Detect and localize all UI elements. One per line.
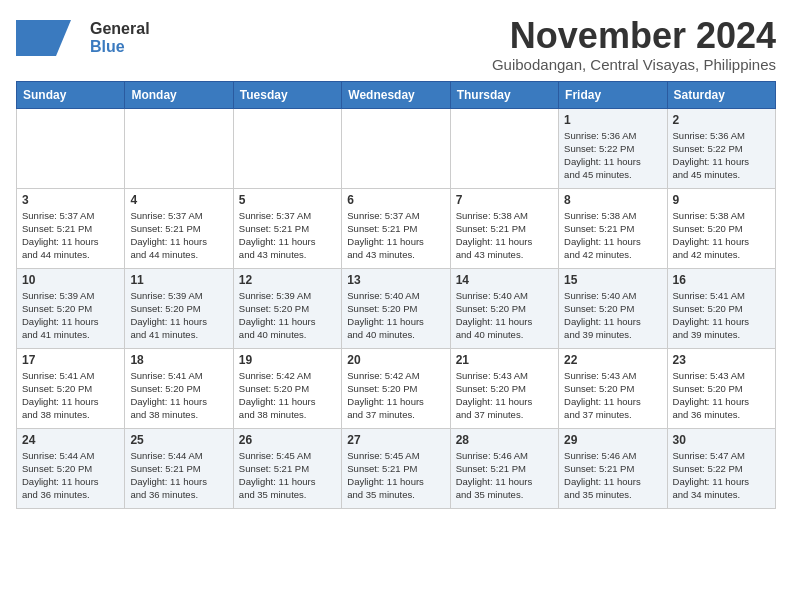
logo-blue: Blue bbox=[90, 38, 150, 56]
weekday-header-tuesday: Tuesday bbox=[233, 81, 341, 108]
month-title: November 2024 bbox=[492, 16, 776, 56]
calendar-cell: 23Sunrise: 5:43 AM Sunset: 5:20 PM Dayli… bbox=[667, 348, 775, 428]
calendar-cell: 13Sunrise: 5:40 AM Sunset: 5:20 PM Dayli… bbox=[342, 268, 450, 348]
calendar-cell: 5Sunrise: 5:37 AM Sunset: 5:21 PM Daylig… bbox=[233, 188, 341, 268]
weekday-header-thursday: Thursday bbox=[450, 81, 558, 108]
logo-general: General bbox=[90, 20, 150, 38]
calendar-cell: 14Sunrise: 5:40 AM Sunset: 5:20 PM Dayli… bbox=[450, 268, 558, 348]
calendar-cell: 17Sunrise: 5:41 AM Sunset: 5:20 PM Dayli… bbox=[17, 348, 125, 428]
calendar-cell: 6Sunrise: 5:37 AM Sunset: 5:21 PM Daylig… bbox=[342, 188, 450, 268]
calendar-week-row: 10Sunrise: 5:39 AM Sunset: 5:20 PM Dayli… bbox=[17, 268, 776, 348]
day-number: 6 bbox=[347, 193, 444, 207]
day-info: Sunrise: 5:46 AM Sunset: 5:21 PM Dayligh… bbox=[564, 449, 661, 502]
day-info: Sunrise: 5:37 AM Sunset: 5:21 PM Dayligh… bbox=[22, 209, 119, 262]
calendar-header: SundayMondayTuesdayWednesdayThursdayFrid… bbox=[17, 81, 776, 108]
logo-text-group: General Blue bbox=[90, 20, 150, 55]
day-info: Sunrise: 5:41 AM Sunset: 5:20 PM Dayligh… bbox=[22, 369, 119, 422]
calendar-cell bbox=[450, 108, 558, 188]
day-number: 19 bbox=[239, 353, 336, 367]
calendar-cell: 30Sunrise: 5:47 AM Sunset: 5:22 PM Dayli… bbox=[667, 428, 775, 508]
calendar-cell: 15Sunrise: 5:40 AM Sunset: 5:20 PM Dayli… bbox=[559, 268, 667, 348]
calendar-cell: 12Sunrise: 5:39 AM Sunset: 5:20 PM Dayli… bbox=[233, 268, 341, 348]
day-info: Sunrise: 5:41 AM Sunset: 5:20 PM Dayligh… bbox=[673, 289, 770, 342]
day-info: Sunrise: 5:42 AM Sunset: 5:20 PM Dayligh… bbox=[347, 369, 444, 422]
day-info: Sunrise: 5:45 AM Sunset: 5:21 PM Dayligh… bbox=[239, 449, 336, 502]
day-info: Sunrise: 5:36 AM Sunset: 5:22 PM Dayligh… bbox=[673, 129, 770, 182]
day-info: Sunrise: 5:44 AM Sunset: 5:20 PM Dayligh… bbox=[22, 449, 119, 502]
title-area: November 2024 Guibodangan, Central Visay… bbox=[492, 16, 776, 73]
calendar-cell: 20Sunrise: 5:42 AM Sunset: 5:20 PM Dayli… bbox=[342, 348, 450, 428]
day-number: 12 bbox=[239, 273, 336, 287]
day-number: 26 bbox=[239, 433, 336, 447]
calendar-cell: 28Sunrise: 5:46 AM Sunset: 5:21 PM Dayli… bbox=[450, 428, 558, 508]
day-info: Sunrise: 5:38 AM Sunset: 5:20 PM Dayligh… bbox=[673, 209, 770, 262]
calendar-week-row: 17Sunrise: 5:41 AM Sunset: 5:20 PM Dayli… bbox=[17, 348, 776, 428]
day-info: Sunrise: 5:41 AM Sunset: 5:20 PM Dayligh… bbox=[130, 369, 227, 422]
page-header: General Blue November 2024 Guibodangan, … bbox=[16, 16, 776, 73]
day-number: 24 bbox=[22, 433, 119, 447]
day-number: 10 bbox=[22, 273, 119, 287]
calendar-cell: 19Sunrise: 5:42 AM Sunset: 5:20 PM Dayli… bbox=[233, 348, 341, 428]
day-info: Sunrise: 5:37 AM Sunset: 5:21 PM Dayligh… bbox=[239, 209, 336, 262]
calendar-cell: 26Sunrise: 5:45 AM Sunset: 5:21 PM Dayli… bbox=[233, 428, 341, 508]
day-number: 20 bbox=[347, 353, 444, 367]
day-number: 5 bbox=[239, 193, 336, 207]
day-number: 1 bbox=[564, 113, 661, 127]
day-info: Sunrise: 5:40 AM Sunset: 5:20 PM Dayligh… bbox=[564, 289, 661, 342]
day-info: Sunrise: 5:43 AM Sunset: 5:20 PM Dayligh… bbox=[456, 369, 553, 422]
calendar-cell: 27Sunrise: 5:45 AM Sunset: 5:21 PM Dayli… bbox=[342, 428, 450, 508]
day-number: 11 bbox=[130, 273, 227, 287]
day-number: 21 bbox=[456, 353, 553, 367]
day-number: 2 bbox=[673, 113, 770, 127]
calendar-cell bbox=[342, 108, 450, 188]
day-number: 13 bbox=[347, 273, 444, 287]
day-info: Sunrise: 5:40 AM Sunset: 5:20 PM Dayligh… bbox=[347, 289, 444, 342]
calendar-cell: 9Sunrise: 5:38 AM Sunset: 5:20 PM Daylig… bbox=[667, 188, 775, 268]
calendar-cell: 4Sunrise: 5:37 AM Sunset: 5:21 PM Daylig… bbox=[125, 188, 233, 268]
calendar-cell bbox=[17, 108, 125, 188]
calendar-cell: 24Sunrise: 5:44 AM Sunset: 5:20 PM Dayli… bbox=[17, 428, 125, 508]
day-number: 28 bbox=[456, 433, 553, 447]
location: Guibodangan, Central Visayas, Philippine… bbox=[492, 56, 776, 73]
day-number: 22 bbox=[564, 353, 661, 367]
day-info: Sunrise: 5:43 AM Sunset: 5:20 PM Dayligh… bbox=[564, 369, 661, 422]
day-info: Sunrise: 5:36 AM Sunset: 5:22 PM Dayligh… bbox=[564, 129, 661, 182]
weekday-header-monday: Monday bbox=[125, 81, 233, 108]
calendar-week-row: 1Sunrise: 5:36 AM Sunset: 5:22 PM Daylig… bbox=[17, 108, 776, 188]
weekday-header-wednesday: Wednesday bbox=[342, 81, 450, 108]
day-info: Sunrise: 5:43 AM Sunset: 5:20 PM Dayligh… bbox=[673, 369, 770, 422]
calendar-cell: 25Sunrise: 5:44 AM Sunset: 5:21 PM Dayli… bbox=[125, 428, 233, 508]
day-number: 25 bbox=[130, 433, 227, 447]
calendar-cell: 3Sunrise: 5:37 AM Sunset: 5:21 PM Daylig… bbox=[17, 188, 125, 268]
calendar-cell bbox=[125, 108, 233, 188]
calendar-week-row: 24Sunrise: 5:44 AM Sunset: 5:20 PM Dayli… bbox=[17, 428, 776, 508]
day-number: 29 bbox=[564, 433, 661, 447]
svg-rect-0 bbox=[16, 20, 56, 56]
day-number: 9 bbox=[673, 193, 770, 207]
day-info: Sunrise: 5:44 AM Sunset: 5:21 PM Dayligh… bbox=[130, 449, 227, 502]
day-info: Sunrise: 5:47 AM Sunset: 5:22 PM Dayligh… bbox=[673, 449, 770, 502]
day-number: 16 bbox=[673, 273, 770, 287]
weekday-header-friday: Friday bbox=[559, 81, 667, 108]
weekday-header-saturday: Saturday bbox=[667, 81, 775, 108]
day-info: Sunrise: 5:37 AM Sunset: 5:21 PM Dayligh… bbox=[130, 209, 227, 262]
calendar-cell: 10Sunrise: 5:39 AM Sunset: 5:20 PM Dayli… bbox=[17, 268, 125, 348]
weekday-header-sunday: Sunday bbox=[17, 81, 125, 108]
calendar-cell bbox=[233, 108, 341, 188]
calendar-cell: 16Sunrise: 5:41 AM Sunset: 5:20 PM Dayli… bbox=[667, 268, 775, 348]
calendar-cell: 7Sunrise: 5:38 AM Sunset: 5:21 PM Daylig… bbox=[450, 188, 558, 268]
day-info: Sunrise: 5:46 AM Sunset: 5:21 PM Dayligh… bbox=[456, 449, 553, 502]
day-number: 27 bbox=[347, 433, 444, 447]
day-info: Sunrise: 5:39 AM Sunset: 5:20 PM Dayligh… bbox=[130, 289, 227, 342]
svg-marker-1 bbox=[56, 20, 71, 56]
calendar-cell: 2Sunrise: 5:36 AM Sunset: 5:22 PM Daylig… bbox=[667, 108, 775, 188]
logo: General Blue bbox=[16, 16, 150, 60]
day-number: 15 bbox=[564, 273, 661, 287]
day-number: 4 bbox=[130, 193, 227, 207]
calendar-cell: 22Sunrise: 5:43 AM Sunset: 5:20 PM Dayli… bbox=[559, 348, 667, 428]
day-info: Sunrise: 5:39 AM Sunset: 5:20 PM Dayligh… bbox=[239, 289, 336, 342]
calendar-cell: 1Sunrise: 5:36 AM Sunset: 5:22 PM Daylig… bbox=[559, 108, 667, 188]
day-info: Sunrise: 5:38 AM Sunset: 5:21 PM Dayligh… bbox=[456, 209, 553, 262]
calendar-cell: 8Sunrise: 5:38 AM Sunset: 5:21 PM Daylig… bbox=[559, 188, 667, 268]
calendar-cell: 21Sunrise: 5:43 AM Sunset: 5:20 PM Dayli… bbox=[450, 348, 558, 428]
